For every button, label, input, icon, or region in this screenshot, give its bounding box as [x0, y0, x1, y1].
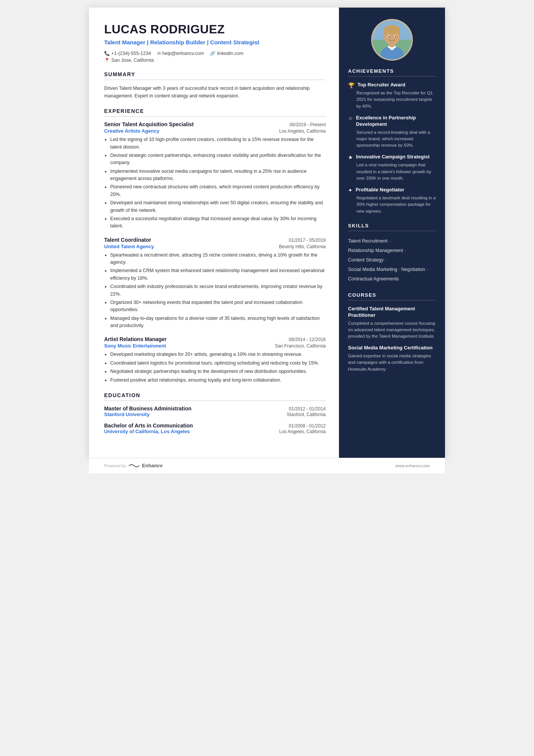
skill-text-1: Talent Recruitment ·: [348, 236, 390, 246]
star-outline-icon: ☆: [348, 115, 353, 121]
exp-header-1: Senior Talent Acquisition Specialist 06/…: [104, 121, 326, 127]
edu-entry-2: Bachelor of Arts in Communication 01/200…: [104, 423, 326, 434]
edu-school-2: University of California, Los Angeles: [104, 429, 190, 434]
summary-text: Driven Talent Manager with 3 years of su…: [104, 85, 326, 100]
bullet: Organized 30+ networking events that exp…: [110, 299, 326, 314]
experience-divider: [104, 116, 326, 117]
achievement-header-2: ☆ Excellence in Partnership Development: [348, 115, 436, 128]
edu-school-1: Stanford University: [104, 412, 150, 417]
bullet: Managed day-to-day operations for a dive…: [110, 315, 326, 330]
avatar-area: [339, 8, 445, 68]
linkedin-value: linkedin.com: [217, 51, 243, 56]
avatar: [371, 19, 413, 61]
education-title: EDUCATION: [104, 392, 326, 398]
exp-location-2: Beverly Hills, California: [279, 244, 326, 249]
exp-company-1: Creative Artists Agency: [104, 128, 159, 134]
exp-header-2: Talent Coordinator 01/2017 - 05/2019: [104, 237, 326, 243]
right-panel: ACHIEVEMENTS 🏆 Top Recruiter Award Recog…: [339, 8, 445, 458]
candidate-title: Talent Manager | Relationship Builder | …: [104, 38, 326, 46]
edu-header-2: Bachelor of Arts in Communication 01/200…: [104, 423, 326, 429]
exp-title-1: Senior Talent Acquisition Specialist: [104, 121, 194, 127]
contact-row: 📞 +1-(234)-555-1234 ✉ help@enhancv.com 🔗…: [104, 51, 326, 56]
edu-subheader-2: University of California, Los Angeles Lo…: [104, 429, 326, 434]
enhancv-logo-icon: [128, 463, 140, 469]
achievement-desc-4: Negotiated a landmark deal resulting in …: [356, 195, 436, 214]
exp-dates-1: 06/2019 - Present: [290, 122, 326, 127]
achievement-header-1: 🏆 Top Recruiter Award: [348, 82, 436, 88]
diamond-icon: ✦: [348, 187, 353, 193]
skill-text-3: Content Strategy ·: [348, 255, 386, 265]
bullet: Coordinated with industry professionals …: [110, 283, 326, 298]
skill-row-5: Contractual Agreements: [348, 274, 436, 284]
exp-location-1: Los Angeles, California: [279, 128, 326, 134]
bullet: Implemented a CRM system that enhanced t…: [110, 267, 326, 282]
exp-location-3: San Francisco, California: [275, 343, 326, 349]
courses-divider: [348, 300, 436, 301]
exp-dates-2: 01/2017 - 05/2019: [289, 238, 326, 243]
trophy-icon: 🏆: [348, 82, 354, 88]
phone-value: +1-(234)-555-1234: [111, 51, 151, 56]
course-item-2: Social Media Marketing Certification Gai…: [348, 345, 436, 373]
summary-title: SUMMARY: [104, 71, 326, 77]
link-icon: 🔗: [210, 51, 215, 56]
edu-degree-1: Master of Business Administration: [104, 405, 192, 412]
skill-row-4: Social Media Marketing · Negotiation ·: [348, 265, 436, 274]
skill-row-1: Talent Recruitment ·: [348, 236, 436, 246]
skill-text-4: Social Media Marketing · Negotiation ·: [348, 265, 428, 274]
bullet: Pioneered new contractual structures wit…: [110, 183, 326, 198]
achievement-item-1: 🏆 Top Recruiter Award Recognized as the …: [348, 82, 436, 110]
skills-section: SKILLS Talent Recruitment · Relationship…: [339, 223, 445, 284]
exp-entry-2: Talent Coordinator 01/2017 - 05/2019 Uni…: [104, 237, 326, 330]
exp-company-2: United Talent Agency: [104, 244, 154, 249]
exp-bullets-3: Developed marketing strategies for 20+ a…: [104, 351, 326, 384]
edu-dates-2: 01/2008 - 01/2012: [289, 423, 326, 429]
achievement-desc-2: Secured a record-breaking deal with a ma…: [356, 129, 436, 149]
courses-title: COURSES: [348, 292, 436, 298]
edu-subheader-1: Stanford University Stanford, California: [104, 412, 326, 417]
location-row: 📍 San Jose, California: [104, 58, 326, 63]
exp-subheader-3: Sony Music Entertainment San Francisco, …: [104, 343, 326, 349]
email-item: ✉ help@enhancv.com: [157, 51, 204, 56]
svg-point-12: [395, 36, 396, 38]
course-item-1: Certified Talent Management Practitioner…: [348, 306, 436, 340]
edu-location-1: Stanford, California: [287, 412, 326, 417]
achievement-title-2: Excellence in Partnership Development: [356, 115, 436, 128]
exp-bullets-2: Spearheaded a recruitment drive, attract…: [104, 252, 326, 330]
exp-header-3: Artist Relations Manager 08/2014 - 12/20…: [104, 336, 326, 342]
phone-item: 📞 +1-(234)-555-1234: [104, 51, 151, 56]
brand-name: Enhancv: [142, 463, 162, 468]
location-value: San Jose, California: [111, 58, 154, 63]
skills-divider: [348, 231, 436, 231]
exp-title-3: Artist Relations Manager: [104, 336, 167, 342]
skills-title: SKILLS: [348, 223, 436, 229]
left-panel: LUCAS RODRIGUEZ Talent Manager | Relatio…: [89, 8, 339, 458]
edu-degree-2: Bachelor of Arts in Communication: [104, 423, 193, 429]
achievement-item-2: ☆ Excellence in Partnership Development …: [348, 115, 436, 149]
bullet: Implemented innovative social media camp…: [110, 168, 326, 183]
svg-point-6: [384, 25, 400, 34]
experience-section: EXPERIENCE Senior Talent Acquisition Spe…: [104, 108, 326, 384]
svg-rect-7: [384, 30, 386, 35]
skill-text-2: Relationship Management ·: [348, 246, 406, 255]
svg-rect-8: [398, 30, 400, 35]
location-icon: 📍: [104, 58, 110, 63]
exp-dates-3: 08/2014 - 12/2016: [289, 337, 326, 342]
email-icon: ✉: [157, 51, 161, 56]
summary-divider: [104, 80, 326, 80]
footer-website: www.enhancv.com: [395, 463, 430, 468]
bullet: Devised strategic content partnerships, …: [110, 152, 326, 167]
exp-subheader-1: Creative Artists Agency Los Angeles, Cal…: [104, 128, 326, 134]
exp-company-3: Sony Music Entertainment: [104, 343, 166, 349]
exp-entry-3: Artist Relations Manager 08/2014 - 12/20…: [104, 336, 326, 384]
bullet: Executed a successful negotiation strate…: [110, 215, 326, 230]
powered-by-text: Powered by: [104, 463, 126, 468]
phone-icon: 📞: [104, 51, 110, 56]
course-title-1: Certified Talent Management Practitioner: [348, 306, 436, 319]
edu-entry-1: Master of Business Administration 01/201…: [104, 405, 326, 417]
skill-row-3: Content Strategy ·: [348, 255, 436, 265]
exp-title-2: Talent Coordinator: [104, 237, 151, 243]
bullet: Negotiated strategic partnerships leadin…: [110, 368, 326, 375]
education-divider: [104, 401, 326, 401]
exp-subheader-2: United Talent Agency Beverly Hills, Cali…: [104, 244, 326, 249]
achievement-title-3: Innovative Campaign Strategist: [356, 154, 429, 160]
